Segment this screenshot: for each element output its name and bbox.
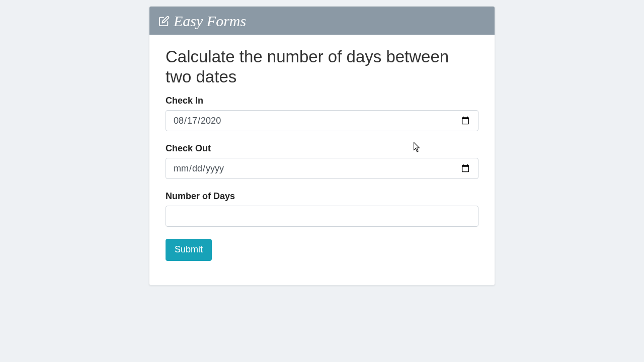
check-in-label: Check In	[166, 96, 478, 106]
form-card: Easy Forms Calculate the number of days …	[149, 6, 495, 286]
brand-name: Easy Forms	[174, 13, 246, 30]
num-days-group: Number of Days	[166, 191, 478, 227]
num-days-field[interactable]	[166, 206, 478, 227]
check-in-field[interactable]	[166, 110, 478, 131]
check-out-group: Check Out	[166, 143, 478, 179]
check-in-group: Check In	[166, 96, 478, 131]
check-out-field[interactable]	[166, 158, 478, 179]
check-out-label: Check Out	[166, 143, 478, 154]
num-days-label: Number of Days	[166, 191, 478, 202]
edit-icon	[158, 16, 170, 27]
page-title: Calculate the number of days between two…	[166, 47, 478, 86]
card-body: Calculate the number of days between two…	[149, 35, 495, 285]
submit-button[interactable]: Submit	[166, 239, 212, 260]
card-header: Easy Forms	[149, 7, 495, 35]
